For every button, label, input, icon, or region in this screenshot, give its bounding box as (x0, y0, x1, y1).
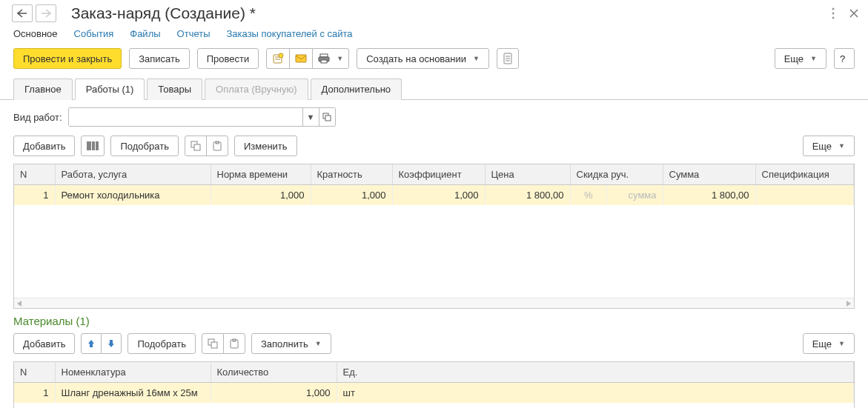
more-label: Еще (784, 53, 804, 64)
dropdown-icon[interactable]: ▼ (302, 108, 319, 126)
more-button[interactable]: Еще ▼ (775, 48, 826, 69)
cell-disc-pct: % (571, 185, 608, 205)
kebab-menu-icon[interactable] (826, 7, 840, 20)
works-change-button[interactable]: Изменить (234, 136, 297, 156)
cell-work[interactable]: Ремонт холодильника (55, 185, 211, 205)
materials-more-label: Еще (812, 338, 832, 350)
nav-forward-button[interactable] (36, 4, 56, 22)
chevron-down-icon: ▼ (838, 340, 845, 347)
col-coef[interactable]: Коэффициент (392, 164, 485, 185)
materials-fill-button[interactable]: Заполнить ▼ (251, 333, 331, 354)
linkbar-reports[interactable]: Отчеты (177, 28, 211, 39)
svg-rect-17 (211, 342, 217, 348)
post-button[interactable]: Провести (197, 48, 259, 69)
materials-more-button[interactable]: Еще ▼ (803, 333, 855, 354)
mcol-qty[interactable]: Количество (211, 362, 337, 383)
chevron-down-icon: ▼ (473, 55, 480, 62)
help-button[interactable]: ? (834, 48, 855, 69)
chevron-down-icon: ▼ (315, 340, 322, 347)
materials-fill-label: Заполнить (261, 338, 308, 350)
horizontal-scrollbar[interactable] (14, 298, 854, 308)
attach-button[interactable] (266, 48, 290, 69)
move-up-button[interactable] (81, 333, 102, 354)
cell-disc-sum: сумма (607, 185, 662, 205)
tab-extra[interactable]: Дополнительно (311, 78, 402, 100)
nav-back-button[interactable] (12, 4, 33, 22)
tab-main[interactable]: Главное (13, 78, 73, 100)
materials-copy-button[interactable] (202, 333, 224, 354)
move-down-button[interactable] (101, 333, 122, 354)
svg-rect-19 (233, 339, 236, 341)
col-work[interactable]: Работа, услуга (55, 164, 211, 185)
mcell-qty[interactable]: 1,000 (211, 383, 337, 403)
work-type-input[interactable] (69, 108, 302, 126)
svg-rect-6 (320, 54, 328, 57)
works-more-label: Еще (812, 141, 832, 152)
svg-point-0 (832, 8, 835, 10)
chevron-down-icon: ▼ (838, 142, 845, 150)
svg-rect-8 (321, 60, 327, 63)
cell-norm[interactable]: 1,000 (211, 185, 311, 205)
tab-payment: Оплата (Вручную) (205, 78, 308, 100)
open-dialog-icon[interactable] (319, 108, 335, 126)
cell-mult[interactable]: 1,000 (311, 185, 392, 205)
svg-rect-11 (325, 116, 331, 121)
works-pick-button[interactable]: Подобрать (110, 136, 178, 156)
mcol-nom[interactable]: Номенклатура (55, 362, 211, 383)
linkbar-events[interactable]: События (74, 28, 114, 39)
linkbar-main[interactable]: Основное (13, 28, 58, 39)
col-price[interactable]: Цена (485, 164, 570, 185)
mcol-n[interactable]: N (14, 362, 55, 383)
cell-price[interactable]: 1 800,00 (485, 185, 570, 205)
works-more-button[interactable]: Еще ▼ (803, 136, 855, 156)
col-sum[interactable]: Сумма (663, 164, 755, 185)
col-disc[interactable]: Скидка руч. (570, 164, 663, 185)
materials-add-button[interactable]: Добавить (13, 333, 75, 354)
mcell-n[interactable]: 1 (14, 383, 55, 403)
col-spec[interactable]: Спецификация (755, 164, 854, 185)
materials-title: Материалы (1) (0, 310, 868, 329)
cell-spec[interactable] (755, 185, 854, 205)
create-based-label: Создать на основании (366, 53, 466, 64)
tab-goods[interactable]: Товары (147, 78, 202, 100)
materials-pick-button[interactable]: Подобрать (127, 333, 195, 354)
svg-point-4 (279, 53, 283, 58)
page-title: Заказ-наряд (Создание) * (71, 4, 256, 22)
work-type-label: Вид работ: (13, 112, 62, 123)
tab-works[interactable]: Работы (1) (75, 78, 145, 100)
svg-rect-15 (216, 141, 219, 144)
mail-button[interactable] (289, 48, 313, 69)
cell-sum[interactable]: 1 800,00 (663, 185, 755, 205)
linkbar-site-orders[interactable]: Заказы покупателей с сайта (227, 28, 353, 39)
materials-paste-button[interactable] (223, 333, 245, 354)
col-n[interactable]: N (14, 164, 55, 185)
cell-disc[interactable]: % сумма (570, 185, 663, 205)
cell-n[interactable]: 1 (14, 185, 55, 205)
linkbar-files[interactable]: Файлы (130, 28, 160, 39)
svg-rect-5 (296, 55, 306, 62)
mcell-ed[interactable]: шт (337, 383, 854, 403)
copy-button[interactable] (185, 136, 207, 156)
chevron-down-icon: ▼ (337, 55, 343, 62)
close-icon[interactable] (847, 7, 861, 20)
chevron-down-icon: ▼ (810, 55, 817, 62)
col-norm[interactable]: Норма времени (211, 164, 311, 185)
table-row[interactable]: 1 Ремонт холодильника 1,000 1,000 1,000 … (14, 185, 854, 205)
cell-coef[interactable]: 1,000 (392, 185, 485, 205)
document-button[interactable] (497, 48, 519, 69)
mcell-nom[interactable]: Шланг дренажный 16мм х 25м (55, 383, 211, 403)
print-button[interactable]: ▼ (312, 48, 349, 69)
paste-button[interactable] (206, 136, 228, 156)
barcode-button[interactable] (81, 136, 105, 156)
svg-rect-13 (194, 144, 200, 150)
post-close-button[interactable]: Провести и закрыть (13, 48, 122, 69)
table-row[interactable]: 1 Шланг дренажный 16мм х 25м 1,000 шт (14, 383, 854, 403)
svg-point-1 (832, 13, 835, 15)
write-button[interactable]: Записать (129, 48, 190, 69)
svg-point-2 (832, 17, 835, 19)
works-add-button[interactable]: Добавить (13, 136, 75, 156)
mcol-ed[interactable]: Ед. (337, 362, 854, 383)
col-mult[interactable]: Кратность (311, 164, 392, 185)
create-based-button[interactable]: Создать на основании ▼ (357, 48, 489, 69)
